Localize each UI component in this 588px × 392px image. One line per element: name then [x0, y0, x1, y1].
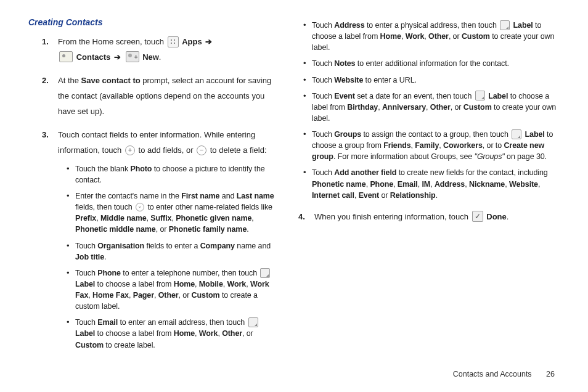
section-heading: Creating Contacts: [28, 17, 279, 27]
text: , or: [179, 291, 192, 300]
bold: Home: [380, 32, 401, 41]
bold: Label: [75, 280, 95, 288]
bold: Custom: [462, 32, 490, 41]
text: to enter additional information for the …: [355, 59, 508, 68]
bold: Anniversary: [382, 103, 426, 112]
footer-section: Contacts and Accounts: [453, 370, 532, 378]
text: to assign the contact to a group, then t…: [361, 130, 510, 139]
bold: Groups: [334, 130, 361, 139]
contacts-label: Contacts: [76, 52, 111, 62]
text: At the: [58, 76, 81, 85]
text: ,: [393, 180, 398, 189]
bold: Pager: [133, 291, 154, 300]
text: ,: [465, 180, 469, 189]
text: .: [104, 253, 106, 261]
bold: Job title: [75, 253, 104, 261]
list-item: Touch Website to enter a URL.: [303, 75, 557, 86]
list-item: Enter the contact's name in the First na…: [67, 190, 279, 235]
text: to enter a telephone number, then touch: [121, 269, 259, 277]
bold: Relationship: [390, 191, 436, 200]
bold: Other: [428, 32, 449, 41]
new-contact-icon: [126, 51, 139, 62]
label-icon: [248, 317, 258, 327]
text: From the Home screen, touch: [58, 37, 166, 46]
bold: Other: [158, 291, 179, 300]
bold: Photo: [130, 165, 152, 173]
bold: Middle name: [100, 214, 147, 223]
bold: Friends: [383, 141, 410, 150]
text: , or to: [483, 141, 504, 150]
bold: Website: [509, 180, 538, 189]
text: to add fields, or: [139, 145, 196, 155]
text: Enter the contact's name in the: [75, 192, 181, 200]
text: ,: [195, 329, 199, 338]
bold: Family: [415, 141, 439, 150]
bold: Save contact to: [81, 76, 141, 85]
label-icon: [475, 91, 485, 100]
add-field-icon: [125, 145, 135, 155]
bold: Label: [525, 130, 545, 139]
bold: IM: [422, 180, 430, 189]
expand-icon: [136, 203, 144, 211]
text: name and: [235, 242, 271, 250]
left-column: Creating Contacts 1. From the Home scree…: [25, 17, 279, 359]
done-label: Done: [486, 212, 507, 221]
text: , or: [451, 103, 463, 112]
text: ,: [88, 291, 92, 300]
text: .: [436, 191, 438, 200]
text: to create new fields for the contact, in…: [396, 168, 547, 177]
new-label: New: [142, 52, 159, 62]
bold: Label: [513, 21, 533, 30]
text: ,: [195, 280, 199, 288]
text: fields to enter a: [144, 242, 200, 250]
text: .: [159, 52, 161, 62]
text: ,: [401, 32, 406, 41]
bold: Phonetic name: [312, 180, 366, 189]
bold: Home: [174, 280, 195, 288]
text: , or: [156, 225, 169, 234]
bold: Work: [199, 329, 218, 338]
bold: Other: [430, 103, 451, 112]
label-icon: [260, 268, 270, 278]
text: ,: [538, 180, 540, 189]
bold: Home Fax: [92, 291, 129, 300]
bold: Company: [200, 242, 235, 250]
arrow-icon: ➔: [205, 35, 212, 50]
page-footer: Contacts and Accounts 26: [453, 370, 555, 378]
text: , or: [449, 32, 462, 41]
done-icon: [472, 211, 483, 222]
text: to choose a label from: [95, 329, 174, 338]
list-item: Touch Address to enter a physical addres…: [303, 20, 557, 53]
text: to enter other name-related fields like: [147, 203, 272, 211]
text: Touch: [75, 242, 97, 250]
list-item: Touch Organisation fields to enter a Com…: [67, 240, 279, 263]
text: Touch: [312, 130, 334, 139]
bold: Birthday: [347, 103, 378, 112]
bold: Label: [75, 329, 95, 338]
step-2: 2. At the Save contact to prompt, select…: [42, 73, 279, 119]
text: ,: [505, 180, 509, 189]
step-number: 4.: [298, 210, 305, 225]
bold: Other: [222, 329, 242, 338]
delete-field-icon: [197, 145, 206, 155]
text: and: [219, 192, 236, 200]
text: fields, then touch: [75, 203, 134, 211]
text: to delete a field:: [210, 145, 267, 155]
text: Touch: [312, 168, 334, 177]
bold: Work: [227, 280, 247, 288]
bold: Phone: [97, 269, 121, 277]
step-4: 4. When you finish entering information,…: [298, 210, 557, 225]
bold: Prefix: [75, 214, 96, 223]
text: to enter a physical address, then touch: [365, 21, 499, 30]
bold: Mobile: [199, 280, 223, 288]
text: .: [507, 212, 509, 221]
bold: Work: [406, 32, 425, 41]
text: set a date for an event, then touch: [355, 92, 474, 100]
bold: Phonetic middle name: [75, 225, 156, 234]
apps-label: Apps: [182, 37, 202, 46]
step-number: 3.: [42, 128, 49, 143]
list-item: Touch Phone to enter a telephone number,…: [67, 267, 279, 312]
manual-page: Creating Contacts 1. From the Home scree…: [0, 0, 588, 359]
text: or: [379, 191, 390, 200]
text: Touch: [75, 318, 97, 327]
